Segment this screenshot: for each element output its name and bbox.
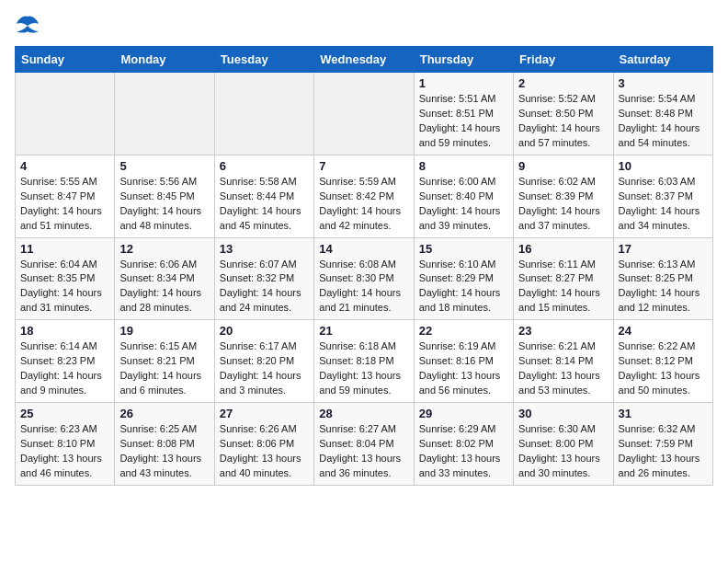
day-number: 23 [518,324,608,338]
day-number: 26 [119,407,209,420]
calendar-cell [16,73,115,155]
day-number: 30 [518,407,608,420]
day-number: 7 [319,159,408,173]
day-info: Sunrise: 6:04 AM Sunset: 8:35 PM Dayligh… [20,258,109,316]
header [15,15,713,35]
day-info: Sunrise: 6:06 AM Sunset: 8:34 PM Dayligh… [119,258,209,316]
calendar-cell: 21Sunrise: 6:18 AM Sunset: 8:18 PM Dayli… [314,320,414,403]
day-info: Sunrise: 6:21 AM Sunset: 8:14 PM Dayligh… [518,339,608,398]
day-info: Sunrise: 6:11 AM Sunset: 8:27 PM Dayligh… [518,258,608,316]
day-number: 6 [220,159,309,173]
column-header-wednesday: Wednesday [314,47,414,73]
day-info: Sunrise: 6:30 AM Sunset: 8:00 PM Dayligh… [518,422,608,481]
calendar-cell [115,73,214,155]
column-header-monday: Monday [115,47,214,73]
day-info: Sunrise: 5:59 AM Sunset: 8:42 PM Dayligh… [319,175,408,234]
day-info: Sunrise: 6:14 AM Sunset: 8:23 PM Dayligh… [20,339,109,398]
calendar-cell: 3Sunrise: 5:54 AM Sunset: 8:48 PM Daylig… [613,73,712,155]
day-info: Sunrise: 6:22 AM Sunset: 8:12 PM Dayligh… [619,339,708,398]
column-header-tuesday: Tuesday [214,47,313,73]
day-info: Sunrise: 6:08 AM Sunset: 8:30 PM Dayligh… [319,258,408,316]
day-number: 1 [419,76,508,90]
calendar-cell: 10Sunrise: 6:03 AM Sunset: 8:37 PM Dayli… [613,155,712,237]
day-number: 9 [518,159,608,173]
day-info: Sunrise: 6:27 AM Sunset: 8:04 PM Dayligh… [319,422,408,481]
calendar-cell: 9Sunrise: 6:02 AM Sunset: 8:39 PM Daylig… [514,155,613,237]
calendar-cell: 30Sunrise: 6:30 AM Sunset: 8:00 PM Dayli… [514,403,613,486]
day-number: 31 [619,407,708,420]
calendar-cell: 19Sunrise: 6:15 AM Sunset: 8:21 PM Dayli… [115,320,214,403]
day-info: Sunrise: 5:56 AM Sunset: 8:45 PM Dayligh… [119,175,209,234]
day-number: 12 [119,242,209,256]
day-info: Sunrise: 6:26 AM Sunset: 8:06 PM Dayligh… [220,422,309,481]
column-header-saturday: Saturday [613,47,712,73]
logo [15,15,44,35]
day-info: Sunrise: 5:54 AM Sunset: 8:48 PM Dayligh… [619,92,708,151]
calendar-cell [214,73,313,155]
week-row-2: 4Sunrise: 5:55 AM Sunset: 8:47 PM Daylig… [16,155,713,237]
day-number: 27 [220,407,309,420]
calendar-cell: 6Sunrise: 5:58 AM Sunset: 8:44 PM Daylig… [214,155,313,237]
day-number: 3 [619,76,708,90]
day-number: 13 [220,242,309,256]
day-info: Sunrise: 5:52 AM Sunset: 8:50 PM Dayligh… [518,92,608,151]
day-info: Sunrise: 6:07 AM Sunset: 8:32 PM Dayligh… [220,258,309,316]
calendar-cell: 26Sunrise: 6:25 AM Sunset: 8:08 PM Dayli… [115,403,214,486]
calendar-cell [314,73,414,155]
day-info: Sunrise: 6:13 AM Sunset: 8:25 PM Dayligh… [619,258,708,316]
day-info: Sunrise: 5:55 AM Sunset: 8:47 PM Dayligh… [20,175,109,234]
day-info: Sunrise: 6:15 AM Sunset: 8:21 PM Dayligh… [119,339,209,398]
calendar-cell: 31Sunrise: 6:32 AM Sunset: 7:59 PM Dayli… [613,403,712,486]
day-info: Sunrise: 6:10 AM Sunset: 8:29 PM Dayligh… [419,258,508,316]
calendar-cell: 5Sunrise: 5:56 AM Sunset: 8:45 PM Daylig… [115,155,214,237]
day-info: Sunrise: 5:58 AM Sunset: 8:44 PM Dayligh… [220,175,309,234]
day-info: Sunrise: 6:03 AM Sunset: 8:37 PM Dayligh… [619,175,708,234]
day-number: 10 [619,159,708,173]
week-row-3: 11Sunrise: 6:04 AM Sunset: 8:35 PM Dayli… [16,237,713,320]
day-info: Sunrise: 6:29 AM Sunset: 8:02 PM Dayligh… [419,422,508,481]
calendar-cell: 4Sunrise: 5:55 AM Sunset: 8:47 PM Daylig… [16,155,115,237]
day-number: 15 [419,242,508,256]
calendar-cell: 29Sunrise: 6:29 AM Sunset: 8:02 PM Dayli… [414,403,513,486]
calendar-cell: 24Sunrise: 6:22 AM Sunset: 8:12 PM Dayli… [613,320,712,403]
calendar-cell: 16Sunrise: 6:11 AM Sunset: 8:27 PM Dayli… [514,237,613,320]
calendar-table: SundayMondayTuesdayWednesdayThursdayFrid… [15,46,713,486]
calendar-cell: 20Sunrise: 6:17 AM Sunset: 8:20 PM Dayli… [214,320,313,403]
calendar-cell: 22Sunrise: 6:19 AM Sunset: 8:16 PM Dayli… [414,320,513,403]
logo-bird-icon [15,15,40,35]
calendar-cell: 17Sunrise: 6:13 AM Sunset: 8:25 PM Dayli… [613,237,712,320]
day-number: 5 [119,159,209,173]
calendar-cell: 23Sunrise: 6:21 AM Sunset: 8:14 PM Dayli… [514,320,613,403]
day-number: 25 [20,407,109,420]
column-header-sunday: Sunday [16,47,115,73]
day-number: 28 [319,407,408,420]
day-number: 14 [319,242,408,256]
week-row-5: 25Sunrise: 6:23 AM Sunset: 8:10 PM Dayli… [16,403,713,486]
day-number: 4 [20,159,109,173]
day-number: 21 [319,324,408,338]
calendar-cell: 15Sunrise: 6:10 AM Sunset: 8:29 PM Dayli… [414,237,513,320]
day-info: Sunrise: 6:18 AM Sunset: 8:18 PM Dayligh… [319,339,408,398]
day-number: 8 [419,159,508,173]
calendar-cell: 18Sunrise: 6:14 AM Sunset: 8:23 PM Dayli… [16,320,115,403]
day-info: Sunrise: 5:51 AM Sunset: 8:51 PM Dayligh… [419,92,508,151]
day-info: Sunrise: 6:02 AM Sunset: 8:39 PM Dayligh… [518,175,608,234]
calendar-cell: 2Sunrise: 5:52 AM Sunset: 8:50 PM Daylig… [514,73,613,155]
calendar-cell: 11Sunrise: 6:04 AM Sunset: 8:35 PM Dayli… [16,237,115,320]
day-number: 18 [20,324,109,338]
day-info: Sunrise: 6:19 AM Sunset: 8:16 PM Dayligh… [419,339,508,398]
day-number: 17 [619,242,708,256]
calendar-cell: 13Sunrise: 6:07 AM Sunset: 8:32 PM Dayli… [214,237,313,320]
day-number: 19 [119,324,209,338]
calendar-cell: 14Sunrise: 6:08 AM Sunset: 8:30 PM Dayli… [314,237,414,320]
day-number: 24 [619,324,708,338]
day-number: 2 [518,76,608,90]
header-row: SundayMondayTuesdayWednesdayThursdayFrid… [16,47,713,73]
calendar-cell: 7Sunrise: 5:59 AM Sunset: 8:42 PM Daylig… [314,155,414,237]
calendar-cell: 28Sunrise: 6:27 AM Sunset: 8:04 PM Dayli… [314,403,414,486]
day-info: Sunrise: 6:17 AM Sunset: 8:20 PM Dayligh… [220,339,309,398]
day-info: Sunrise: 6:23 AM Sunset: 8:10 PM Dayligh… [20,422,109,481]
day-info: Sunrise: 6:25 AM Sunset: 8:08 PM Dayligh… [119,422,209,481]
day-number: 22 [419,324,508,338]
calendar-cell: 8Sunrise: 6:00 AM Sunset: 8:40 PM Daylig… [414,155,513,237]
